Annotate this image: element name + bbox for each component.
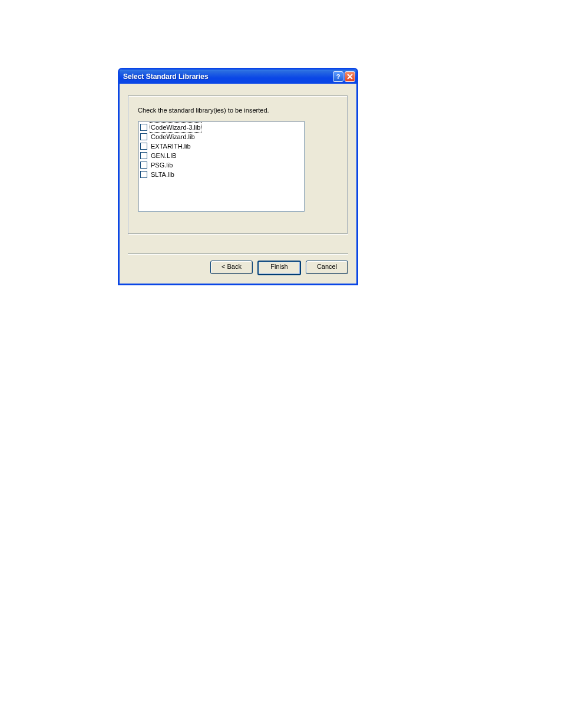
list-item[interactable]: SLTA.lib bbox=[140, 170, 302, 179]
help-icon: ? bbox=[336, 73, 340, 80]
library-label: PSG.lib bbox=[150, 160, 174, 170]
close-button[interactable] bbox=[345, 71, 355, 82]
library-label: GEN.LIB bbox=[150, 151, 177, 160]
library-label: SLTA.lib bbox=[150, 170, 176, 179]
list-item[interactable]: CodeWizard.lib bbox=[140, 132, 302, 141]
library-listbox[interactable]: CodeWizard-3.lib CodeWizard.lib EXTARITH… bbox=[138, 121, 305, 212]
titlebar-buttons: ? bbox=[333, 71, 355, 82]
library-label: CodeWizard-3.lib bbox=[150, 122, 201, 133]
list-item[interactable]: GEN.LIB bbox=[140, 151, 302, 160]
titlebar[interactable]: Select Standard Libraries ? bbox=[120, 70, 356, 84]
window-title: Select Standard Libraries bbox=[123, 73, 333, 81]
checkbox[interactable] bbox=[140, 124, 147, 131]
help-button[interactable]: ? bbox=[333, 71, 343, 82]
button-row: < Back Finish Cancel bbox=[120, 261, 356, 284]
checkbox[interactable] bbox=[140, 162, 147, 169]
instruction-text: Check the standard library(ies) to be in… bbox=[138, 107, 338, 114]
library-label: CodeWizard.lib bbox=[150, 132, 196, 141]
library-group-box: Check the standard library(ies) to be in… bbox=[128, 95, 348, 235]
finish-button[interactable]: Finish bbox=[257, 261, 301, 275]
list-item[interactable]: EXTARITH.lib bbox=[140, 141, 302, 151]
separator-area bbox=[128, 235, 348, 255]
cancel-button[interactable]: Cancel bbox=[306, 261, 348, 274]
list-item[interactable]: PSG.lib bbox=[140, 160, 302, 170]
separator bbox=[128, 253, 348, 255]
select-standard-libraries-dialog: Select Standard Libraries ? Check the st… bbox=[118, 68, 358, 285]
library-label: EXTARITH.lib bbox=[150, 141, 192, 151]
checkbox[interactable] bbox=[140, 133, 147, 140]
dialog-body: Check the standard library(ies) to be in… bbox=[120, 84, 356, 255]
back-button[interactable]: < Back bbox=[210, 261, 253, 274]
checkbox[interactable] bbox=[140, 143, 147, 150]
checkbox[interactable] bbox=[140, 152, 147, 159]
close-icon bbox=[347, 74, 353, 80]
checkbox[interactable] bbox=[140, 171, 147, 178]
list-item[interactable]: CodeWizard-3.lib bbox=[140, 123, 302, 132]
